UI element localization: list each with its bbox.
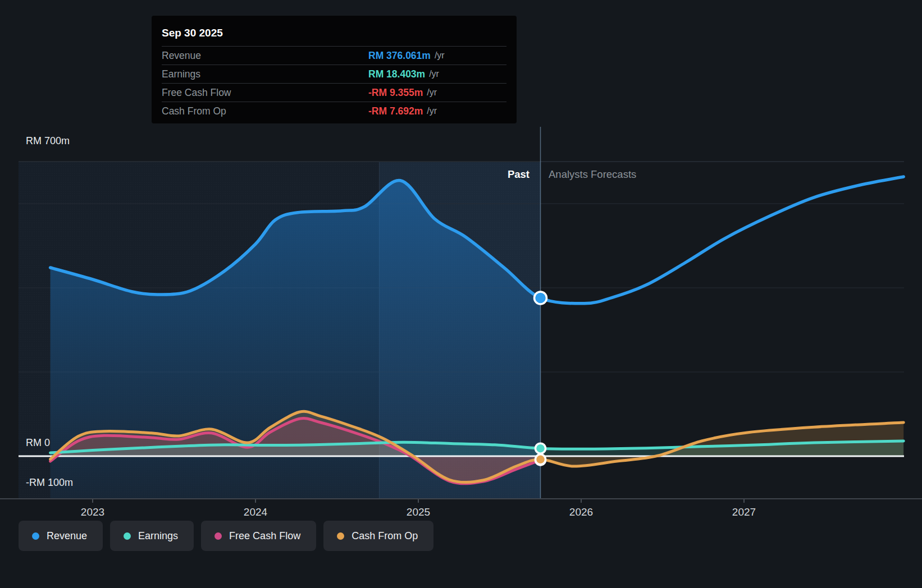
tooltip-row-cash-from-op: Cash From Op -RM 7.692m /yr [162, 102, 506, 120]
analysts-forecasts-label: Analysts Forecasts [549, 168, 636, 181]
cash-from-op-dot-icon [337, 532, 344, 540]
y-axis-label-zero: RM 0 [26, 437, 50, 449]
tooltip-row-earnings: Earnings RM 18.403m /yr [162, 65, 506, 83]
tooltip-label: Revenue [162, 50, 368, 62]
earnings-marker[interactable] [536, 443, 546, 453]
tooltip-unit: /yr [427, 106, 437, 116]
tooltip-date: Sep 30 2025 [162, 24, 506, 46]
earnings-dot-icon [124, 532, 131, 540]
tooltip-row-revenue: Revenue RM 376.061m /yr [162, 46, 506, 65]
legend-item-revenue[interactable]: Revenue [19, 521, 103, 551]
legend-label: Earnings [138, 530, 178, 542]
x-axis-label-2026: 2026 [569, 506, 593, 518]
tooltip-label: Free Cash Flow [162, 87, 368, 99]
tooltip-value: RM 376.061m [368, 50, 431, 62]
tooltip-value: RM 18.403m [368, 68, 425, 80]
x-axis-label-2024: 2024 [244, 506, 267, 518]
legend-item-earnings[interactable]: Earnings [110, 521, 194, 551]
y-axis-label-neg100m: -RM 100m [26, 477, 73, 489]
legend-item-cash-from-op[interactable]: Cash From Op [323, 521, 433, 551]
legend-label: Free Cash Flow [229, 530, 300, 542]
legend-label: Cash From Op [352, 530, 418, 542]
chart-legend: Revenue Earnings Free Cash Flow Cash Fro… [19, 521, 433, 551]
tooltip-row-free-cash-flow: Free Cash Flow -RM 9.355m /yr [162, 83, 506, 102]
tooltip-value: -RM 7.692m [368, 105, 423, 117]
y-axis-label-700m: RM 700m [26, 135, 70, 147]
free-cash-flow-dot-icon [214, 532, 222, 540]
tooltip-label: Cash From Op [162, 105, 368, 117]
x-axis-label-2027: 2027 [732, 506, 756, 518]
tooltip-unit: /yr [429, 69, 439, 79]
chart-tooltip: Sep 30 2025 Revenue RM 376.061m /yr Earn… [152, 16, 517, 123]
tooltip-unit: /yr [435, 50, 445, 61]
cash-from-op-marker[interactable] [536, 454, 546, 465]
tooltip-value: -RM 9.355m [368, 87, 423, 99]
revenue-marker[interactable] [535, 292, 547, 304]
legend-label: Revenue [47, 530, 87, 542]
tooltip-unit: /yr [427, 88, 437, 98]
forecast-chart: Sep 30 2025 Revenue RM 376.061m /yr Earn… [0, 0, 922, 588]
revenue-dot-icon [32, 532, 39, 540]
x-axis-label-2023: 2023 [81, 506, 104, 518]
x-axis-label-2025: 2025 [407, 506, 430, 518]
past-label: Past [460, 168, 530, 181]
tooltip-label: Earnings [162, 68, 368, 80]
legend-item-free-cash-flow[interactable]: Free Cash Flow [201, 521, 316, 551]
